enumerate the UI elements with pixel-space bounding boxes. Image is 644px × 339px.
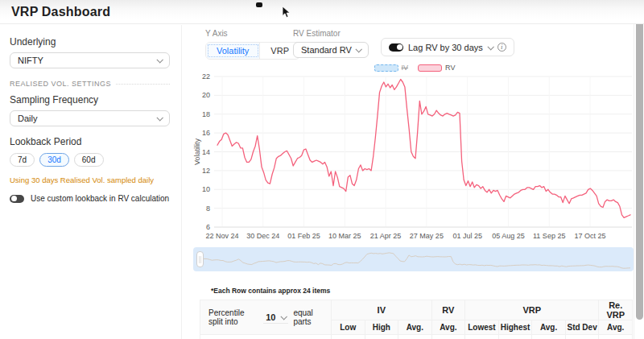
chevron-down-icon <box>487 43 493 50</box>
chevron-down-icon <box>156 114 163 121</box>
rv-estimator-group: RV Estimator Standard RV <box>293 29 369 58</box>
underlying-select[interactable]: NIFTY <box>10 52 170 68</box>
value-cell: 8.69% <box>332 335 365 339</box>
svg-text:Volatility: Volatility <box>193 138 201 165</box>
table-subheader: Avg. <box>532 320 566 335</box>
dotted-divider <box>116 84 170 85</box>
value-cell: 9.29% <box>398 335 432 339</box>
rv-estimator-value: Standard RV <box>301 45 352 55</box>
realised-vol-section-header: REALISED VOL. SETTINGS <box>10 80 170 88</box>
svg-text:11 Sep 25: 11 Sep 25 <box>533 232 565 240</box>
table-subheader: Avg. <box>398 320 432 335</box>
chevron-down-icon <box>281 313 287 320</box>
value-cell: 8.10% <box>431 335 465 339</box>
lookback-chip-60d[interactable]: 60d <box>74 153 104 167</box>
table-group-header-rv: RV <box>431 300 465 320</box>
svg-text:22: 22 <box>202 72 210 81</box>
table-row: 0-108.69%9.72%9.29%8.10%0.31%2.48%1.19%0… <box>200 335 633 339</box>
value-cell: 2.48% <box>498 335 532 339</box>
svg-text:17 Oct 25: 17 Oct 25 <box>574 232 605 240</box>
sampling-frequency-label: Sampling Frequency <box>10 94 170 105</box>
y-axis-option-volatility[interactable]: Volatility <box>206 43 260 59</box>
realised-vol-section-title: REALISED VOL. SETTINGS <box>10 80 111 88</box>
svg-text:12: 12 <box>202 167 210 175</box>
app-header: VRP Dashboard <box>0 0 644 24</box>
lookback-chip-30d[interactable]: 30d <box>39 153 69 167</box>
value-cell: 1.19% <box>532 335 566 339</box>
legend-item-iv[interactable]: IV <box>374 64 409 72</box>
svg-text:01 Feb 25: 01 Feb 25 <box>287 232 320 240</box>
lag-rv-toggle[interactable] <box>389 43 403 52</box>
table-subheader: Lowest <box>465 320 499 335</box>
table-group-header-iv: IV <box>332 300 432 320</box>
series-line-rv <box>217 80 630 218</box>
main-panel: Y Axis VolatilityVRP RV Estimator Standa… <box>182 25 634 339</box>
percentile-header-cell: Percentile split into 10 equal parts <box>200 300 332 335</box>
svg-text:01 Jul 25: 01 Jul 25 <box>452 232 482 240</box>
custom-lookback-label: Use custom lookback in RV calculation <box>31 194 169 203</box>
y-axis-segmented: VolatilityVRP <box>205 42 300 60</box>
y-axis-control-group: Y Axis VolatilityVRP <box>205 29 300 60</box>
percentile-table: Percentile split into 10 equal parts IVR… <box>200 300 633 339</box>
black-pill-artifact <box>256 2 262 7</box>
volatility-chart: 681012141618202222 Nov 2430 Dec 2401 Feb… <box>193 72 636 243</box>
rv-estimator-label: RV Estimator <box>293 29 369 38</box>
svg-text:8: 8 <box>206 205 210 213</box>
sampling-frequency-select[interactable]: Daily <box>10 110 170 126</box>
lookback-note: Using 30 days Realised Vol. sampled dail… <box>10 176 170 184</box>
svg-text:6: 6 <box>206 223 210 231</box>
svg-text:18: 18 <box>202 110 210 118</box>
lag-rv-label: Lag RV by 30 days <box>408 43 483 52</box>
percentile-value: 10 <box>266 312 275 322</box>
svg-text:10: 10 <box>202 185 210 193</box>
svg-text:20: 20 <box>202 91 210 99</box>
vrp-dashboard-page: VRP Dashboard Underlying NIFTY REALISED … <box>0 0 644 339</box>
svg-text:21 Apr 25: 21 Apr 25 <box>370 232 402 240</box>
bucket-cell: 0-10 <box>200 335 332 339</box>
brush-left-handle[interactable] <box>196 251 204 267</box>
table-group-header-re-vrp: Re. VRP <box>599 300 633 320</box>
value-cell: 9.72% <box>365 335 398 339</box>
custom-lookback-toggle[interactable] <box>10 195 24 203</box>
lag-rv-control[interactable]: Lag RV by 30 days i <box>381 38 514 56</box>
y-axis-label: Y Axis <box>205 29 300 38</box>
percentile-suffix: equal parts <box>293 308 323 326</box>
brush-mini-chart <box>193 247 634 271</box>
table-subheader: Highest <box>498 320 532 335</box>
custom-lookback-row: Use custom lookback in RV calculation <box>10 194 170 203</box>
table-subheader: High <box>365 320 398 335</box>
percentile-select[interactable]: 10 <box>263 312 288 324</box>
legend-swatch-rv <box>418 64 442 72</box>
table-group-header-vrp: VRP <box>465 300 599 320</box>
svg-text:10 Mar 25: 10 Mar 25 <box>328 232 361 240</box>
percentile-prefix: Percentile split into <box>208 308 258 326</box>
svg-text:05 Aug 25: 05 Aug 25 <box>492 232 525 240</box>
svg-text:30 Dec 24: 30 Dec 24 <box>246 232 279 240</box>
table-subheader: Avg. <box>431 320 465 335</box>
underlying-value: NIFTY <box>18 56 43 65</box>
underlying-label: Underlying <box>10 36 170 48</box>
mouse-cursor-icon <box>282 6 291 19</box>
lookback-chip-7d[interactable]: 7d <box>10 153 35 167</box>
legend-item-rv[interactable]: RV <box>418 64 455 72</box>
lookback-period-label: Lookback Period <box>10 136 170 147</box>
value-cell: 1.44% <box>599 335 633 339</box>
chevron-down-icon <box>156 56 163 63</box>
legend-label-iv: IV <box>402 64 409 72</box>
svg-text:22 Nov 24: 22 Nov 24 <box>205 232 238 240</box>
legend-label-rv: RV <box>445 64 455 72</box>
scrollbar-thumb[interactable] <box>636 0 643 320</box>
table-subheader: Low <box>332 320 365 335</box>
sidebar: Underlying NIFTY REALISED VOL. SETTINGS … <box>0 25 182 339</box>
svg-text:16: 16 <box>202 129 210 137</box>
rv-estimator-select[interactable]: Standard RV <box>293 42 369 58</box>
chevron-down-icon <box>355 46 361 52</box>
svg-text:27 May 25: 27 May 25 <box>410 232 444 240</box>
table-footnote: *Each Row contains approx 24 items <box>211 287 330 295</box>
info-icon[interactable]: i <box>497 43 506 52</box>
legend-swatch-iv <box>374 64 398 72</box>
vertical-scrollbar <box>634 0 644 339</box>
value-cell: 0.54% <box>565 335 599 339</box>
svg-text:14: 14 <box>202 148 210 156</box>
chart-brush[interactable] <box>193 247 634 271</box>
